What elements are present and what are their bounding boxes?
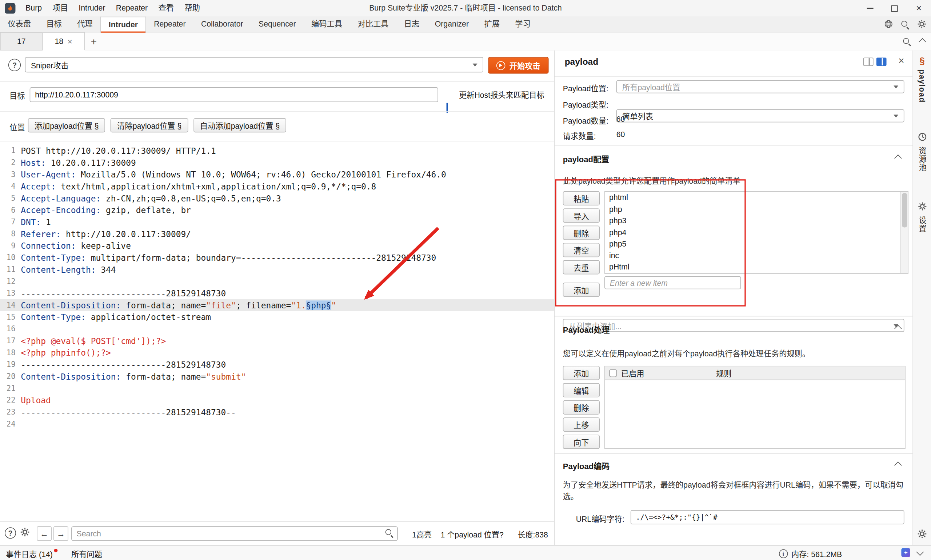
paste-button[interactable]: 粘贴 xyxy=(563,191,600,205)
payload-config-collapse-icon[interactable] xyxy=(894,155,902,162)
main-tab-Collaborator[interactable]: Collaborator xyxy=(194,17,251,33)
help-icon[interactable]: ? xyxy=(8,59,21,71)
payload-config-section-title[interactable]: payload配置 xyxy=(563,153,609,165)
attack-tab-17[interactable]: 17 xyxy=(0,32,43,51)
payload-list-item[interactable]: php5 xyxy=(605,238,901,250)
editor-help-icon[interactable]: ? xyxy=(5,527,16,538)
close-button[interactable]: × xyxy=(906,0,931,17)
editor-settings-gear-icon[interactable] xyxy=(20,527,30,538)
auto-add-payload-positions-button[interactable]: 自动添加payload位置 § xyxy=(194,118,286,132)
main-tab-对比工具[interactable]: 对比工具 xyxy=(350,17,396,33)
request-editor[interactable]: 1POST http://10.20.0.117:30009/ HTTP/1.1… xyxy=(0,141,554,522)
new-attack-tab-button[interactable]: + xyxy=(85,33,103,50)
request-line[interactable]: 20Content-Disposition: form-data; name="… xyxy=(0,371,554,383)
clear-payload-positions-button[interactable]: 清除payload位置 § xyxy=(111,118,188,132)
main-tab-仪表盘[interactable]: 仪表盘 xyxy=(0,17,38,33)
side-tab-resource-pool[interactable]: 资源池 xyxy=(913,132,931,172)
menu-item-Repeater[interactable]: Repeater xyxy=(111,0,153,17)
payload-encoding-collapse-icon[interactable] xyxy=(894,462,902,469)
payload-list-item[interactable]: php4 xyxy=(605,226,901,238)
tab-close-icon[interactable]: × xyxy=(68,37,72,45)
payload-list[interactable]: phtmlphpphp3php4php5incpHtml xyxy=(605,191,908,274)
request-line[interactable]: 22Upload xyxy=(0,394,554,406)
request-line[interactable]: 11Content-Length: 344 xyxy=(0,264,554,275)
request-line[interactable]: 12 xyxy=(0,275,554,288)
maximize-button[interactable] xyxy=(882,0,906,17)
layout-toggle-left-icon[interactable] xyxy=(863,57,874,66)
request-line[interactable]: 13-----------------------------281529148… xyxy=(0,287,554,299)
request-line[interactable]: 4Accept: text/html,application/xhtml+xml… xyxy=(0,180,554,192)
editor-search-icon[interactable] xyxy=(385,528,394,537)
request-line[interactable]: 15Content-Type: application/octet-stream xyxy=(0,311,554,323)
request-line[interactable]: 2Host: 10.20.0.117:30009 xyxy=(0,157,554,169)
rule-remove-button[interactable]: 删除 xyxy=(563,400,600,415)
browser-globe-icon[interactable] xyxy=(884,19,893,30)
request-line[interactable]: 3User-Agent: Mozilla/5.0 (Windows NT 10.… xyxy=(0,169,554,181)
request-line[interactable]: 18<?php phpinfo();?> xyxy=(0,347,554,359)
clear-button[interactable]: 清空 xyxy=(563,243,600,257)
payload-list-item[interactable]: pHtml xyxy=(605,262,901,273)
payload-encoding-section-title[interactable]: Payload编码 xyxy=(563,460,610,472)
add-from-list-select[interactable]: 从列表中添加... xyxy=(563,319,905,332)
menu-item-项目[interactable]: 项目 xyxy=(47,0,74,17)
payload-position-select[interactable]: 所有payload位置 xyxy=(616,80,905,93)
attack-tab-18[interactable]: 18× xyxy=(43,32,85,51)
main-tab-Repeater[interactable]: Repeater xyxy=(146,17,194,33)
panel-settings-gear-icon[interactable] xyxy=(913,529,931,538)
main-tab-学习[interactable]: 学习 xyxy=(507,17,538,33)
tab-search-icon[interactable] xyxy=(903,37,911,46)
main-tab-扩展[interactable]: 扩展 xyxy=(476,17,507,33)
request-line[interactable]: 21 xyxy=(0,383,554,395)
request-line[interactable]: 9Connection: keep-alive xyxy=(0,240,554,252)
menu-item-帮助[interactable]: 帮助 xyxy=(179,0,205,17)
main-tab-编码工具[interactable]: 编码工具 xyxy=(304,17,350,33)
main-tab-Sequencer[interactable]: Sequencer xyxy=(251,17,304,33)
request-line[interactable]: 24 xyxy=(0,418,554,430)
request-line[interactable]: 14Content-Disposition: form-data; name="… xyxy=(0,299,554,311)
request-line[interactable]: 8Referer: http://10.20.0.117:30009/ xyxy=(0,228,554,240)
load-button[interactable]: 导入 xyxy=(563,208,600,223)
main-tab-Intruder[interactable]: Intruder xyxy=(100,17,146,34)
start-attack-button[interactable]: 开始攻击 xyxy=(488,57,549,74)
rule-down-button[interactable]: 向下 xyxy=(563,435,600,449)
minimize-button[interactable] xyxy=(858,0,882,17)
burp-ai-icon[interactable]: ✦ xyxy=(901,548,910,557)
request-line[interactable]: 19-----------------------------281529148… xyxy=(0,358,554,371)
all-issues-button[interactable]: 所有问题 xyxy=(71,548,102,559)
dedupe-button[interactable]: 去重 xyxy=(563,260,600,274)
menu-item-Intruder[interactable]: Intruder xyxy=(74,0,111,17)
payload-type-select[interactable]: 简单列表 xyxy=(616,109,905,122)
payload-list-item[interactable]: phtml xyxy=(605,192,901,203)
layout-toggle-right-icon[interactable] xyxy=(876,57,886,66)
request-line[interactable]: 5Accept-Language: zh-CN,zh;q=0.8,en-US;q… xyxy=(0,192,554,205)
request-line[interactable]: 1POST http://10.20.0.117:30009/ HTTP/1.1 xyxy=(0,145,554,157)
payload-list-item[interactable]: php3 xyxy=(605,215,901,226)
payload-list-item[interactable]: php xyxy=(605,203,901,215)
menu-item-Burp[interactable]: Burp xyxy=(20,0,47,17)
main-tab-代理[interactable]: 代理 xyxy=(69,17,100,33)
event-log-button[interactable]: 事件日志 (14) xyxy=(6,548,57,559)
main-tab-Organizer[interactable]: Organizer xyxy=(427,17,477,33)
rule-edit-button[interactable]: 编辑 xyxy=(563,383,600,397)
payload-processing-section-title[interactable]: Payload处理 xyxy=(563,323,610,335)
rule-up-button[interactable]: 上移 xyxy=(563,417,600,432)
side-tab-settings[interactable]: 设置 xyxy=(913,202,931,233)
payload-list-scrollbar[interactable] xyxy=(900,192,908,273)
request-line[interactable]: 23-----------------------------281529148… xyxy=(0,406,554,418)
collapse-tabs-icon[interactable] xyxy=(919,38,926,45)
editor-search-input[interactable] xyxy=(71,526,398,541)
main-tab-日志[interactable]: 日志 xyxy=(396,17,427,33)
new-item-input[interactable] xyxy=(605,276,741,289)
url-encode-chars-input[interactable] xyxy=(631,510,905,525)
main-tab-目标[interactable]: 目标 xyxy=(38,17,69,33)
request-line[interactable]: 16 xyxy=(0,323,554,335)
remove-button[interactable]: 删除 xyxy=(563,226,600,240)
rules-select-all-checkbox[interactable] xyxy=(609,369,617,377)
request-line[interactable]: 10Content-Type: multipart/form-data; bou… xyxy=(0,252,554,264)
rule-add-button[interactable]: 添加 xyxy=(563,366,600,380)
settings-gear-icon[interactable] xyxy=(917,19,926,30)
menu-item-查看[interactable]: 查看 xyxy=(153,0,179,17)
target-url-input[interactable] xyxy=(30,87,438,102)
back-button[interactable]: ← xyxy=(37,526,52,541)
search-icon[interactable] xyxy=(901,20,909,29)
